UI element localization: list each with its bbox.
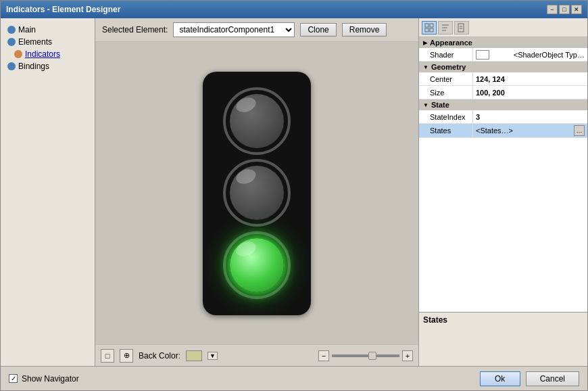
sidebar-item-elements-label: Elements [18,37,52,47]
size-row: Size 100, 200 [419,86,587,99]
center-value-text: 124, 124 [476,75,505,83]
geometry-group-label: Geometry [431,63,466,71]
geometry-arrow: ▼ [423,64,428,70]
light-top-inner [230,94,284,148]
maximize-button[interactable]: □ [559,5,570,14]
props-grid-button[interactable] [422,21,437,34]
state-group-header[interactable]: ▼ State [419,99,587,110]
geometry-group-header[interactable]: ▼ Geometry [419,62,587,72]
light-middle [223,159,291,227]
canvas-rect-tool[interactable]: □ [101,349,114,363]
props-table: ▶ Appearance Shader <ShaderObject Typ… ▼… [419,37,587,312]
zoom-out-button[interactable]: − [318,350,329,361]
size-value: 100, 200 [473,86,587,99]
zoom-slider-track [332,354,399,357]
sidebar-item-indicators[interactable]: Indicators [3,48,92,60]
title-bar-buttons: − □ ✕ [547,5,582,14]
show-navigator-group: ✓ Show Navigator [9,374,79,384]
show-navigator-checkbox[interactable]: ✓ [9,374,18,383]
appearance-arrow: ▶ [423,40,427,46]
sidebar-item-indicators-label: Indicators [25,49,60,59]
state-group-label: State [431,101,449,109]
bottom-bar: ✓ Show Navigator Ok Cancel [1,366,587,390]
canvas-bottom-bar: □ ⊕ Back Color: ▼ − + [95,344,418,366]
stateindex-value-text: 3 [476,113,480,121]
light-middle-inner [230,166,284,220]
zoom-slider[interactable] [332,354,399,357]
svg-rect-0 [425,24,428,27]
center-name: Center [419,72,473,85]
states-panel-title: States [423,315,583,325]
sidebar-item-main-label: Main [18,25,36,34]
page-icon [457,23,466,32]
window-title: Indicators - Element Designer [6,5,120,14]
minimize-button[interactable]: − [547,5,558,14]
appearance-group-label: Appearance [430,39,472,47]
stateindex-name: StateIndex [419,110,473,123]
content-area: Main Elements Indicators Bindings Select… [1,18,587,366]
shader-row: Shader <ShaderObject Typ… [419,48,587,62]
props-toolbar [419,18,587,37]
light-bottom-shine [234,239,258,259]
appearance-group-header[interactable]: ▶ Appearance [419,37,587,48]
center-value: 124, 124 [473,72,587,85]
light-top [223,87,291,155]
states-value-text: <States…> [476,127,513,135]
states-value: <States…> … [473,124,587,137]
grid-icon [424,23,434,32]
svg-rect-7 [458,24,464,32]
clone-button[interactable]: Clone [300,23,336,37]
remove-button[interactable]: Remove [342,23,387,37]
bottom-buttons: Ok Cancel [480,371,579,386]
canvas-toolbar: Selected Element: stateIndicatorComponen… [95,18,418,42]
state-arrow: ▼ [423,102,428,108]
light-top-shine [234,95,258,114]
main-icon [7,26,16,34]
shader-swatch [476,50,489,60]
shader-value: <ShaderObject Typ… [473,48,587,61]
stateindex-value: 3 [473,110,587,123]
back-color-label: Back Color: [139,351,180,361]
svg-rect-3 [430,28,433,32]
zoom-control: − + [318,350,413,361]
selected-element-label: Selected Element: [102,25,168,34]
sidebar-item-main[interactable]: Main [3,24,92,36]
right-panel: ▶ Appearance Shader <ShaderObject Typ… ▼… [418,18,587,366]
center-row: Center 124, 124 [419,72,587,86]
states-panel: States [419,312,587,366]
indicators-icon [14,50,22,58]
ok-button[interactable]: Ok [480,371,520,386]
props-page-button[interactable] [454,21,469,34]
title-bar: Indicators - Element Designer − □ ✕ [1,1,587,18]
sidebar-item-elements[interactable]: Elements [3,36,92,48]
traffic-light [203,72,311,315]
canvas-area: Selected Element: stateIndicatorComponen… [95,18,418,366]
light-bottom [223,231,291,299]
shader-name: Shader [419,48,473,61]
stateindex-row: StateIndex 3 [419,110,587,124]
light-middle-shine [234,167,258,187]
zoom-in-button[interactable]: + [402,350,413,361]
cancel-button[interactable]: Cancel [526,371,579,386]
svg-rect-2 [425,28,428,32]
close-button[interactable]: ✕ [571,5,582,14]
sidebar: Main Elements Indicators Bindings [1,18,95,366]
show-navigator-label: Show Navigator [22,374,79,384]
sort-icon [441,23,450,32]
sidebar-item-bindings-label: Bindings [18,62,49,71]
elements-icon [7,38,16,46]
canvas-viewport [95,42,418,344]
props-sort-button[interactable] [438,21,453,34]
back-color-dropdown[interactable]: ▼ [207,352,218,360]
selected-element-dropdown[interactable]: stateIndicatorComponent1 [173,22,295,37]
states-name: States [419,124,473,137]
size-name: Size [419,86,473,99]
states-row[interactable]: States <States…> … [419,124,587,138]
canvas-add-tool[interactable]: ⊕ [120,349,133,363]
light-bottom-inner [230,238,284,292]
back-color-swatch[interactable] [186,350,202,361]
shader-value-text: <ShaderObject Typ… [514,51,585,59]
sidebar-item-bindings[interactable]: Bindings [3,60,92,72]
states-browse-button[interactable]: … [574,125,585,136]
main-window: Indicators - Element Designer − □ ✕ Main… [0,0,588,391]
